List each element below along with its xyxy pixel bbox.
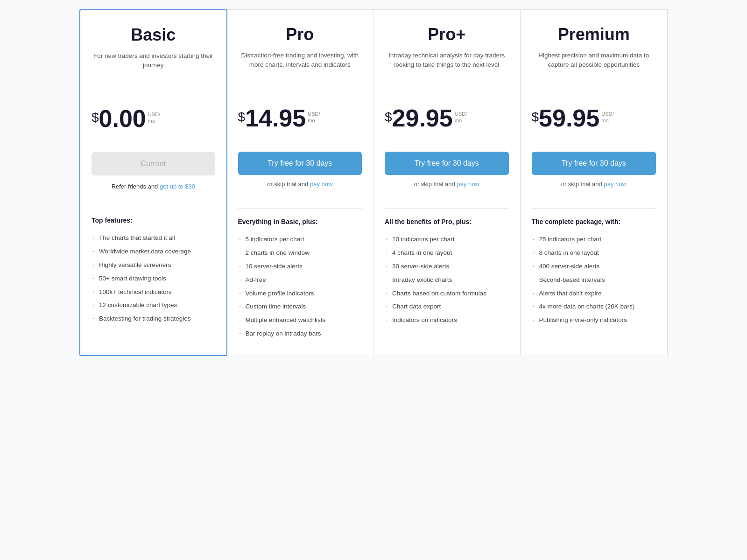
list-item: Backtesting for trading strategies bbox=[92, 312, 215, 326]
list-item: The charts that started it all bbox=[92, 231, 215, 245]
plan-name-pro: Pro bbox=[238, 25, 362, 44]
list-item: 30 server-side alerts bbox=[385, 260, 509, 273]
list-item: 5 indicators per chart bbox=[238, 233, 362, 246]
price-dollar-premium: $ bbox=[532, 110, 539, 125]
list-item: Highly versatile screeners bbox=[92, 259, 215, 272]
list-item: 4x more data on charts (20K bars) bbox=[532, 300, 656, 314]
list-item: Indicators on indicators bbox=[385, 314, 509, 327]
price-amount-basic: 0.00 bbox=[99, 106, 146, 131]
price-suffix-premium: USD/mo bbox=[601, 111, 613, 124]
list-item: Second-based intervals bbox=[532, 273, 656, 287]
list-item: 50+ smart drawing tools bbox=[92, 272, 215, 286]
list-item: Alerts that don't expire bbox=[532, 287, 656, 301]
price-dollar-basic: $ bbox=[92, 110, 99, 125]
list-item: Chart data export bbox=[385, 300, 509, 314]
cta-area-proplus: Try free for 30 daysor skip trial and pa… bbox=[385, 152, 509, 191]
trial-button-premium[interactable]: Try free for 30 days bbox=[532, 152, 656, 175]
list-item: 10 server-side alerts bbox=[238, 260, 362, 273]
list-item: Intraday exotic charts bbox=[385, 273, 509, 287]
skip-trial-premium: or skip trial and pay now bbox=[532, 181, 656, 188]
list-item: 12 customizable chart types bbox=[92, 299, 215, 312]
pay-now-link-proplus[interactable]: pay now bbox=[457, 181, 479, 188]
list-item: 4 charts in one layout bbox=[385, 246, 509, 260]
features-heading-proplus: All the benefits of Pro, plus: bbox=[385, 218, 509, 225]
features-list-proplus: 10 indicators per chart4 charts in one l… bbox=[385, 233, 509, 327]
plan-description-premium: Highest precision and maximum data to ca… bbox=[532, 51, 656, 84]
plan-card-proplus: Pro+Intraday technical analysis for day … bbox=[374, 10, 521, 356]
divider-premium bbox=[532, 208, 656, 209]
list-item: Charts based on custom formulas bbox=[385, 287, 509, 301]
list-item: 25 indicators per chart bbox=[532, 233, 656, 246]
plan-card-pro: ProDistraction-free trading and investin… bbox=[227, 10, 374, 356]
pay-now-link-pro[interactable]: pay now bbox=[310, 181, 332, 188]
cta-area-basic: CurrentRefer friends and get up to $30 bbox=[92, 152, 215, 190]
list-item: Ad-free bbox=[238, 273, 362, 287]
price-amount-pro: 14.95 bbox=[245, 106, 306, 130]
list-item: 2 charts in one window bbox=[238, 246, 362, 260]
features-heading-premium: The complete package, with: bbox=[532, 218, 656, 225]
divider-proplus bbox=[385, 208, 509, 209]
features-list-pro: 5 indicators per chart2 charts in one wi… bbox=[238, 233, 362, 341]
pay-now-link-premium[interactable]: pay now bbox=[604, 181, 626, 188]
list-item: Multiple enhanced watchlists bbox=[238, 314, 362, 327]
price-dollar-pro: $ bbox=[238, 110, 246, 125]
trial-button-proplus[interactable]: Try free for 30 days bbox=[385, 152, 509, 175]
features-heading-basic: Top features: bbox=[92, 217, 215, 224]
list-item: 100k+ technical indicators bbox=[92, 286, 215, 299]
plan-name-proplus: Pro+ bbox=[385, 25, 509, 44]
skip-trial-proplus: or skip trial and pay now bbox=[385, 181, 509, 188]
plan-name-premium: Premium bbox=[532, 25, 656, 44]
refer-text-basic: Refer friends and get up to $30 bbox=[92, 183, 215, 190]
plan-price-area-pro: $14.95USD/mo bbox=[238, 99, 362, 137]
list-item: Volume profile indicators bbox=[238, 287, 362, 301]
plan-price-area-premium: $59.95USD/mo bbox=[532, 99, 656, 137]
current-button-basic: Current bbox=[92, 152, 215, 175]
pricing-grid: BasicFor new traders and investors start… bbox=[79, 9, 668, 356]
price-suffix-proplus: USD/mo bbox=[455, 111, 467, 124]
plan-description-basic: For new traders and investors starting t… bbox=[92, 51, 215, 85]
price-dollar-proplus: $ bbox=[385, 110, 392, 125]
plan-card-basic: BasicFor new traders and investors start… bbox=[79, 9, 227, 356]
price-suffix-pro: USD/mo bbox=[308, 111, 320, 124]
plan-name-basic: Basic bbox=[92, 25, 215, 45]
list-item: 400 server-side alerts bbox=[532, 260, 656, 273]
cta-area-premium: Try free for 30 daysor skip trial and pa… bbox=[532, 152, 656, 191]
plan-description-proplus: Intraday technical analysis for day trad… bbox=[385, 51, 509, 84]
skip-trial-pro: or skip trial and pay now bbox=[238, 181, 362, 188]
list-item: 8 charts in one layout bbox=[532, 246, 656, 260]
list-item: Publishing invite-only indicators bbox=[532, 314, 656, 327]
price-amount-proplus: 29.95 bbox=[392, 106, 453, 130]
plan-price-area-basic: $0.00USD/mo bbox=[92, 100, 215, 137]
list-item: Custom time intervals bbox=[238, 300, 362, 314]
price-suffix-basic: USD/mo bbox=[148, 111, 160, 125]
divider-pro bbox=[238, 208, 362, 209]
features-list-premium: 25 indicators per chart8 charts in one l… bbox=[532, 233, 656, 327]
plan-card-premium: PremiumHighest precision and maximum dat… bbox=[521, 10, 668, 356]
list-item: Bar replay on intraday bars bbox=[238, 327, 362, 341]
plan-price-area-proplus: $29.95USD/mo bbox=[385, 99, 509, 137]
features-heading-pro: Everything in Basic, plus: bbox=[238, 218, 362, 225]
refer-link[interactable]: get up to $30 bbox=[160, 183, 195, 190]
cta-area-pro: Try free for 30 daysor skip trial and pa… bbox=[238, 152, 362, 191]
divider-basic bbox=[92, 207, 215, 207]
features-list-basic: The charts that started it allWorldwide … bbox=[92, 231, 215, 326]
plan-description-pro: Distraction-free trading and investing, … bbox=[238, 51, 362, 84]
trial-button-pro[interactable]: Try free for 30 days bbox=[238, 152, 362, 175]
price-amount-premium: 59.95 bbox=[539, 106, 599, 130]
list-item: Worldwide market data coverage bbox=[92, 245, 215, 259]
list-item: 10 indicators per chart bbox=[385, 233, 509, 246]
